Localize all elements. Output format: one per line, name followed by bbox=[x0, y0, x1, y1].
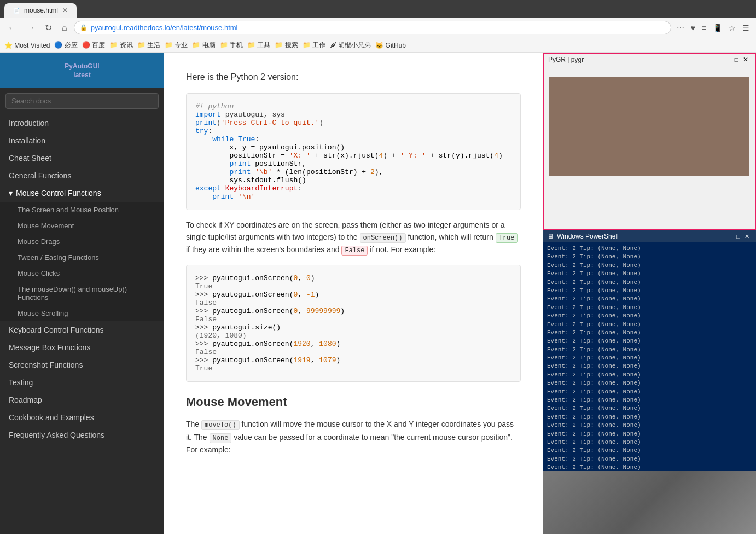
browser-toolbar: ← → ↻ ⌂ 🔒 pyautogui.readthedocs.io/en/la… bbox=[0, 18, 756, 38]
code-line: import pyautogui, sys bbox=[195, 111, 511, 119]
code-line: x, y = pyautogui.position() bbox=[195, 143, 511, 152]
code-block-python2: #! python import pyautogui, sys print('P… bbox=[186, 93, 521, 210]
ps-output-line: Event: 2 Tip: (None, None) bbox=[547, 388, 752, 396]
sidebar-item-installation[interactable]: Installation bbox=[0, 132, 164, 149]
ps-title-text: Windows PowerShell bbox=[557, 233, 724, 240]
bookmark-bing[interactable]: 🔵 必应 bbox=[54, 40, 77, 50]
ps-output-line: Event: 2 Tip: (None, None) bbox=[547, 413, 752, 421]
onscreen-desc-text2: function, which will return bbox=[408, 233, 493, 241]
sidebar-item-introduction[interactable]: Introduction bbox=[0, 114, 164, 132]
pygr-maximize-btn[interactable]: □ bbox=[732, 56, 741, 63]
sidebar-item-general-functions[interactable]: General Functions bbox=[0, 167, 164, 184]
reader-button[interactable]: ≡ bbox=[700, 21, 708, 34]
back-button[interactable]: ← bbox=[4, 22, 20, 34]
bookmark-zhuanye[interactable]: 📁 专业 bbox=[165, 40, 188, 50]
ps-output-line: Event: 2 Tip: (None, None) bbox=[547, 245, 752, 253]
sidebar-subitem-mouse-drags[interactable]: Mouse Drags bbox=[0, 234, 164, 249]
ps-output-line: Event: 2 Tip: (None, None) bbox=[547, 329, 752, 337]
code-line: #! python bbox=[195, 102, 511, 111]
bookmark-gongju[interactable]: 📁 工具 bbox=[247, 40, 270, 50]
sidebar-item-screenshot[interactable]: Screenshot Functions bbox=[0, 356, 164, 374]
lock-icon: 🔒 bbox=[80, 24, 88, 31]
ps-output-line: Event: 2 Tip: (None, None) bbox=[547, 337, 752, 345]
sidebar-item-roadmap[interactable]: Roadmap bbox=[0, 391, 164, 409]
python2-heading: Here is the Python 2 version: bbox=[186, 70, 521, 84]
more-button[interactable]: ☰ bbox=[740, 21, 752, 34]
pygr-image bbox=[549, 77, 749, 176]
forward-button[interactable]: → bbox=[23, 22, 38, 34]
ps-output-line: Event: 2 Tip: (None, None) bbox=[547, 446, 752, 455]
bookmark-diannao[interactable]: 📁 电脑 bbox=[192, 40, 215, 50]
pygr-close-btn[interactable]: ✕ bbox=[741, 56, 751, 63]
sidebar-header: PyAutoGUI latest bbox=[0, 53, 164, 88]
bookmark-zixun[interactable]: 📁 资讯 bbox=[109, 40, 132, 50]
home-button[interactable]: ⌂ bbox=[59, 22, 71, 34]
code-line: False bbox=[195, 315, 511, 323]
synced-tabs-button[interactable]: 📱 bbox=[711, 21, 724, 34]
ps-output-line: Event: 2 Tip: (None, None) bbox=[547, 396, 752, 404]
bookmark-shenghuo[interactable]: 📁 生活 bbox=[137, 40, 160, 50]
sidebar-item-mouse-control[interactable]: ▾ Mouse Control Functions bbox=[0, 184, 164, 202]
bottom-image bbox=[543, 471, 756, 534]
bookmark-sousuo[interactable]: 📁 搜索 bbox=[275, 40, 298, 50]
ps-close-btn[interactable]: ✕ bbox=[742, 233, 752, 240]
bookmark-shouji[interactable]: 📁 手机 bbox=[220, 40, 243, 50]
pygr-titlebar: PyGR | pygr — □ ✕ bbox=[544, 54, 755, 66]
sidebar-subitem-mousedown-mouseup[interactable]: The mouseDown() and mouseUp() Functions bbox=[0, 281, 164, 305]
bookmark-pepper[interactable]: 🌶 胡椒小兄弟 bbox=[330, 40, 371, 50]
sidebar-item-cookbook[interactable]: Cookbook and Examples bbox=[0, 409, 164, 426]
moveto-desc-text1: The bbox=[186, 420, 199, 428]
sidebar-item-keyboard-control[interactable]: Keyboard Control Functions bbox=[0, 321, 164, 339]
sidebar-subitem-mouse-scrolling[interactable]: Mouse Scrolling bbox=[0, 305, 164, 321]
sidebar-logo: PyAutoGUI latest bbox=[9, 62, 155, 79]
code-line: >>> pyautogui.onScreen(0, 0) bbox=[195, 274, 511, 282]
sidebar-subitem-mouse-clicks[interactable]: Mouse Clicks bbox=[0, 265, 164, 281]
sidebar-subitem-screen-mouse-position[interactable]: The Screen and Mouse Position bbox=[0, 202, 164, 218]
sidebar-item-message-box[interactable]: Message Box Functions bbox=[0, 339, 164, 356]
bookmark-most-visited[interactable]: ⭐ Most Visited bbox=[4, 40, 50, 50]
sidebar-subitem-mouse-movement[interactable]: Mouse Movement bbox=[0, 218, 164, 234]
browser-tab[interactable]: 📄 mouse.html ✕ bbox=[4, 3, 77, 18]
bookmarks-button[interactable]: ⋯ bbox=[674, 21, 687, 34]
ps-titlebar: 🖥 Windows PowerShell — □ ✕ bbox=[543, 230, 756, 242]
bookmark-github[interactable]: 🐱 GitHub bbox=[375, 40, 406, 50]
pygr-minimize-btn[interactable]: — bbox=[722, 56, 732, 63]
ps-output-line: Event: 2 Tip: (None, None) bbox=[547, 362, 752, 370]
ps-output-line: Event: 2 Tip: (None, None) bbox=[547, 312, 752, 320]
pocket-button[interactable]: ♥ bbox=[689, 21, 697, 34]
ps-output-line: Event: 2 Tip: (None, None) bbox=[547, 270, 752, 278]
right-panel: PyGR | pygr — □ ✕ 🖥 Windows PowerShell —… bbox=[543, 53, 756, 534]
address-bar[interactable]: 🔒 pyautogui.readthedocs.io/en/latest/mou… bbox=[74, 21, 671, 34]
code-line: (1920, 1080) bbox=[195, 332, 511, 340]
ps-output-line: Event: 2 Tip: (None, None) bbox=[547, 253, 752, 261]
moveto-func-code: moveTo() bbox=[201, 420, 240, 430]
sidebar-item-cheat-sheet[interactable]: Cheat Sheet bbox=[0, 149, 164, 167]
ps-icon: 🖥 bbox=[547, 233, 554, 240]
ps-output-line: Event: 2 Tip: (None, None) bbox=[547, 455, 752, 463]
ps-output-line: Event: 2 Tip: (None, None) bbox=[547, 438, 752, 446]
ps-output-line: Event: 2 Tip: (None, None) bbox=[547, 354, 752, 362]
tab-close-btn[interactable]: ✕ bbox=[62, 7, 68, 14]
ps-output-line: Event: 2 Tip: (None, None) bbox=[547, 463, 752, 471]
refresh-button[interactable]: ↻ bbox=[42, 21, 55, 34]
bookmark-baidu[interactable]: 🔴 百度 bbox=[82, 40, 105, 50]
onscreen-func-code: onScreen() bbox=[360, 233, 406, 243]
content-area: Here is the Python 2 version: #! python … bbox=[164, 53, 543, 534]
sidebar-subitem-tween-easing[interactable]: Tween / Easing Functions bbox=[0, 249, 164, 265]
star-button[interactable]: ☆ bbox=[726, 21, 738, 34]
bookmark-gongzuo[interactable]: 📁 工作 bbox=[303, 40, 325, 50]
sidebar-item-testing[interactable]: Testing bbox=[0, 374, 164, 391]
sidebar-item-faq[interactable]: Frequently Asked Questions bbox=[0, 426, 164, 444]
ps-minimize-btn[interactable]: — bbox=[724, 233, 734, 240]
search-input[interactable] bbox=[5, 93, 159, 109]
sidebar-nav: Introduction Installation Cheat Sheet Ge… bbox=[0, 114, 164, 444]
code-line: sys.stdout.flush() bbox=[195, 176, 511, 184]
ps-maximize-btn[interactable]: □ bbox=[734, 233, 742, 240]
code-line: >>> pyautogui.onScreen(1920, 1080) bbox=[195, 340, 511, 348]
ps-output-line: Event: 2 Tip: (None, None) bbox=[547, 321, 752, 329]
ps-output-line: Event: 2 Tip: (None, None) bbox=[547, 295, 752, 303]
bottom-image-placeholder bbox=[543, 471, 756, 534]
toolbar-actions: ⋯ ♥ ≡ 📱 ☆ ☰ bbox=[674, 21, 752, 34]
moveto-desc-text3: value can be passed for a coordinate to … bbox=[186, 433, 513, 454]
code-line: >>> pyautogui.onScreen(0, 99999999) bbox=[195, 307, 511, 315]
